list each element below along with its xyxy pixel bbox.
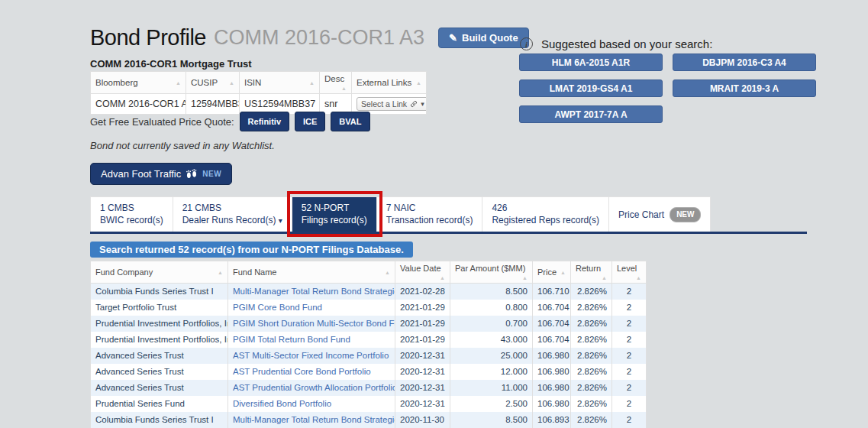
table-row: Target Portfolio Trust PGIM Core Bond Fu… [91,300,647,316]
level-cell: 2 [612,348,647,364]
tab-registered-reps[interactable]: 426 Registered Reps record(s) [482,196,609,232]
refinitiv-button[interactable]: Refinitiv [240,112,289,131]
tab-naic-transactions[interactable]: 7 NAIC Transaction record(s) [377,196,483,232]
fund-name-link[interactable]: PGIM Total Return Bond Fund [233,335,350,344]
value-date-cell: 2020-12-31 [395,396,450,412]
fund-name-link[interactable]: PGIM Core Bond Fund [233,303,322,312]
column-header[interactable]: Fund Company▲ [91,261,228,284]
column-header[interactable]: ISIN▲ [240,72,320,94]
par-amount-cell: 0.700 [450,316,533,332]
suggested-title: Suggested based on your search: [541,37,712,50]
advan-label: Advan Foot Traffic [101,168,181,180]
fund-name-link[interactable]: Multi-Manager Total Return Bond Strategi… [233,287,395,296]
fund-name-link[interactable]: Diversified Bond Portfolio [233,399,331,408]
new-badge: NEW [670,207,701,222]
suggested-bond-button[interactable]: DBJPM 2016-C3 A4 [673,54,816,71]
price-cell: 106.704 [533,332,571,348]
return-cell: 2.826% [571,316,612,332]
ice-button[interactable]: ICE [295,112,325,131]
fund-name-cell: PGIM Total Return Bond Fund [228,332,395,348]
build-quote-label: Build Quote [462,32,518,44]
return-cell: 2.826% [571,332,612,348]
column-header[interactable]: Fund Name▲ [228,261,395,284]
value-date-cell: 2020-12-31 [395,380,450,396]
level-cell: 2 [612,364,647,380]
fund-name-link[interactable]: Multi-Manager Total Return Bond Strategi… [233,415,395,424]
fund-name-link[interactable]: AST Prudential Growth Allocation Portfol… [233,383,395,392]
fund-name-cell: PGIM Short Duration Multi-Sector Bond Fu… [228,316,395,332]
suggested-bond-button[interactable]: HLM 6A-2015 A1R [519,54,663,71]
fund-company-cell: Advanced Series Trust [91,348,228,364]
tab-cmbs-bwic[interactable]: 1 CMBS BWIC record(s) [90,196,173,232]
price-cell: 106.980 [533,380,571,396]
price-cell: 106.980 [533,348,571,364]
select-link-dropdown[interactable]: Select a Link ▾ [357,97,427,111]
price-quote-row: Get Free Evaluated Price Quote: Refiniti… [90,112,370,131]
table-row: Columbia Funds Series Trust I Multi-Mana… [91,284,647,300]
table-row: Columbia Funds Series Trust I Multi-Mana… [91,412,647,428]
pencil-icon: ✎ [449,32,457,44]
column-header[interactable]: Price▲ [533,261,571,284]
par-amount-cell: 8.500 [450,284,533,300]
fund-company-cell: Prudential Series Fund [91,396,228,412]
fund-name-cell: Diversified Bond Portfolio [228,396,395,412]
bval-button[interactable]: BVAL [331,112,369,131]
return-cell: 2.826% [571,412,612,428]
price-cell: 106.893 [533,412,571,428]
sort-icon: ▲ [229,80,234,86]
fund-name-cell: Multi-Manager Total Return Bond Strategi… [228,284,395,300]
sort-icon: ▲ [560,270,566,275]
fund-company-cell: Target Portfolio Trust [91,300,228,316]
fund-name-link[interactable]: AST Multi-Sector Fixed Income Portfolio [233,351,389,360]
tab-nport-filings[interactable]: 52 N-PORT Filings record(s) [292,196,377,232]
fund-name-link[interactable]: PGIM Short Duration Multi-Sector Bond Fu… [233,319,395,328]
new-badge: NEW [202,170,221,178]
column-header[interactable]: Par Amount ($MM)▲ [450,261,533,284]
price-cell: 106.704 [533,300,571,316]
par-amount-cell: 2.500 [450,396,533,412]
advan-foot-traffic-button[interactable]: Advan Foot Traffic NEW [90,163,232,185]
column-header[interactable]: Value Date▲ [395,261,450,284]
chevron-down-icon: ▾ [421,100,424,108]
sort-icon: ▲ [636,275,641,280]
select-link-label: Select a Link [361,99,407,109]
value-date-cell: 2021-01-29 [395,300,450,316]
suggested-bond-button[interactable]: LMAT 2019-GS4 A1 [519,79,663,97]
fund-company-cell: Prudential Investment Portfolios, Inc. 1… [91,332,228,348]
column-header[interactable]: Desc▲ [320,72,352,94]
footprints-icon [186,168,198,180]
suggested-bond-button[interactable]: MRAIT 2019-3 A [673,79,816,97]
return-cell: 2.826% [571,396,612,412]
fund-name-cell: AST Multi-Sector Fixed Income Portfolio [228,348,395,364]
fund-company-cell: Columbia Funds Series Trust I [91,412,228,428]
column-header[interactable]: Bloomberg▲ [91,72,186,94]
trust-name: COMM 2016-COR1 Mortgage Trust [90,58,252,70]
column-header[interactable]: External Links▲ [352,72,427,94]
tab-price-chart[interactable]: Price Chart NEW [609,196,711,232]
suggested-bond-button[interactable]: AWPT 2017-7A A [519,105,663,123]
build-quote-button[interactable]: ✎ Build Quote [438,28,529,48]
column-header[interactable]: Return▲ [571,261,612,284]
suggested-header: i Suggested based on your search: [520,37,712,50]
par-amount-cell: 11.000 [450,380,533,396]
level-cell: 2 [612,316,647,332]
par-amount-cell: 0.800 [450,300,533,316]
page-header: Bond Profile COMM 2016-COR1 A3 ✎ Build Q… [90,25,529,50]
par-amount-cell: 12.000 [450,364,533,380]
bond-id: COMM 2016-COR1 A3 [214,26,424,50]
sort-icon: ▲ [309,80,315,86]
tab-cmbs-dealer-runs[interactable]: 21 CMBS Dealer Runs Record(s) ▾ [173,196,292,232]
page-title: Bond Profile [90,25,206,50]
sort-icon: ▲ [176,80,181,86]
value-date-cell: 2021-02-28 [395,284,450,300]
sort-icon: ▲ [385,270,390,275]
return-cell: 2.826% [571,364,612,380]
level-cell: 2 [612,396,647,412]
level-cell: 2 [612,380,647,396]
column-header[interactable]: Level▲ [612,261,647,284]
return-cell: 2.826% [571,284,612,300]
fund-name-link[interactable]: AST Prudential Core Bond Portfolio [233,367,371,376]
sort-icon: ▲ [218,270,223,275]
fund-name-cell: AST Prudential Growth Allocation Portfol… [228,380,395,396]
column-header[interactable]: CUSIP▲ [186,72,240,94]
